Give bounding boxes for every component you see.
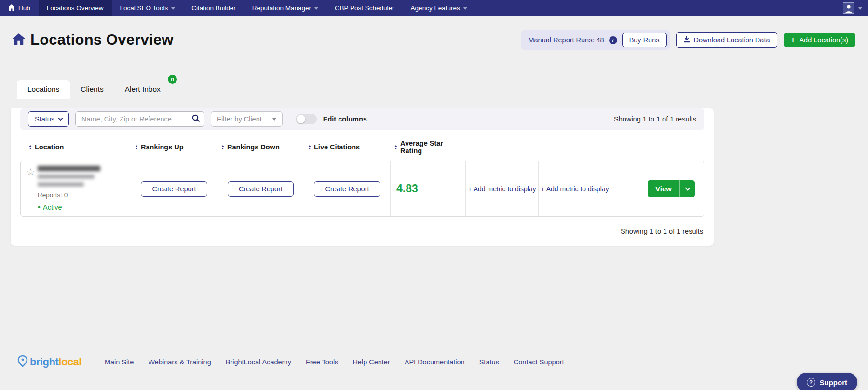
view-button[interactable]: View: [648, 180, 680, 197]
tab-label: Clients: [81, 85, 103, 93]
footer-link-help-center[interactable]: Help Center: [353, 358, 390, 366]
chevron-down-icon: [858, 7, 862, 10]
add-metric-link-1[interactable]: + Add metric to display: [468, 185, 536, 193]
info-icon[interactable]: i: [609, 36, 617, 44]
nav-item-citation-builder[interactable]: Citation Builder: [183, 0, 244, 16]
edit-columns-toggle[interactable]: [296, 114, 317, 124]
nav-item-label: Reputation Manager: [252, 4, 311, 12]
chevron-down-icon: [171, 7, 175, 10]
create-report-button-live-citations[interactable]: Create Report: [314, 181, 380, 197]
column-header-average-star-rating[interactable]: Average Star Rating: [390, 139, 465, 155]
sort-icon: [135, 145, 138, 149]
redacted-address-line: [38, 175, 95, 179]
location-cell: ☆ Reports: 0 • Active: [21, 161, 131, 216]
tab-label: Locations: [27, 85, 59, 93]
column-label: Live Citations: [314, 143, 360, 151]
plus-icon: +: [791, 36, 796, 44]
redacted-address-line: [38, 182, 84, 187]
brightlocal-pin-icon: [17, 355, 28, 369]
search-icon: [192, 114, 200, 124]
footer-link-status[interactable]: Status: [479, 358, 499, 366]
column-header-rankings-up[interactable]: Rankings Up: [130, 139, 217, 155]
rankings-down-cell: Create Report: [217, 161, 304, 216]
buy-runs-button[interactable]: Buy Runs: [622, 33, 667, 47]
column-label: Average Star Rating: [400, 139, 465, 155]
footer-link-contact-support[interactable]: Contact Support: [514, 358, 564, 366]
tab-alert-inbox[interactable]: Alert Inbox 0: [114, 80, 171, 99]
nav-item-gbp-post-scheduler[interactable]: GBP Post Scheduler: [326, 0, 403, 16]
tab-clients[interactable]: Clients: [70, 80, 114, 99]
status-badge: • Active: [38, 203, 100, 211]
footer-link-free-tools[interactable]: Free Tools: [306, 358, 338, 366]
user-avatar-icon: [843, 2, 854, 14]
nav-item-label: Local SEO Tools: [120, 4, 168, 12]
add-button-label: Add Location(s): [799, 36, 848, 44]
metric-slot-1-cell: + Add metric to display: [465, 161, 538, 216]
create-report-button-rankings-down[interactable]: Create Report: [228, 181, 294, 197]
live-citations-cell: Create Report: [304, 161, 390, 216]
sort-icon: [221, 145, 224, 149]
top-navigation: Hub Locations Overview Local SEO Tools C…: [0, 0, 868, 16]
rankings-up-cell: Create Report: [131, 161, 217, 216]
column-label: Rankings Up: [141, 143, 184, 151]
user-menu[interactable]: [843, 0, 868, 16]
edit-columns-label: Edit columns: [323, 115, 367, 123]
status-filter-label: Status: [35, 115, 54, 123]
nav-item-label: Citation Builder: [191, 4, 236, 12]
main-content: Locations Clients Alert Inbox 0 Status: [11, 80, 868, 246]
column-label: Rankings Down: [227, 143, 280, 151]
sort-icon: [394, 145, 397, 149]
page-header: Locations Overview Manual Report Runs: 4…: [0, 16, 868, 50]
column-header-location[interactable]: Location: [20, 139, 130, 155]
logo-text-local: local: [58, 356, 81, 368]
status-label: Active: [43, 203, 62, 211]
chevron-down-icon: [463, 7, 467, 10]
nav-item-label: GBP Post Scheduler: [335, 4, 394, 12]
view-dropdown-button[interactable]: [680, 180, 695, 197]
support-button[interactable]: ? Support: [797, 373, 858, 390]
add-metric-link-2[interactable]: + Add metric to display: [541, 185, 609, 193]
results-summary-bottom: Showing 1 to 1 of 1 results: [11, 217, 714, 245]
nav-item-label: Hub: [18, 4, 30, 12]
nav-item-local-seo-tools[interactable]: Local SEO Tools: [112, 0, 184, 16]
metric-slot-2-cell: + Add metric to display: [538, 161, 611, 216]
brightlocal-logo[interactable]: brightlocal: [17, 355, 81, 369]
footer-link-api-documentation[interactable]: API Documentation: [405, 358, 465, 366]
column-header-live-citations[interactable]: Live Citations: [303, 139, 390, 155]
tab-locations[interactable]: Locations: [17, 80, 70, 99]
chevron-down-icon: [58, 116, 63, 121]
footer-links: Main Site Webinars & Training BrightLoca…: [105, 358, 564, 366]
manual-report-runs-pill: Manual Report Runs: 48 i Buy Runs: [521, 30, 669, 50]
support-button-label: Support: [820, 378, 848, 387]
redacted-location-name: [38, 166, 100, 171]
footer-link-brightlocal-academy[interactable]: BrightLocal Academy: [226, 358, 291, 366]
status-filter-dropdown[interactable]: Status: [28, 111, 69, 127]
divider: [289, 113, 289, 125]
star-outline-icon[interactable]: ☆: [27, 167, 35, 176]
search-input[interactable]: [76, 112, 188, 126]
nav-item-locations-overview[interactable]: Locations Overview: [39, 0, 112, 16]
nav-item-agency-features[interactable]: Agency Features: [403, 0, 475, 16]
create-report-button-rankings-up[interactable]: Create Report: [141, 181, 207, 197]
logo-text-bright: bright: [30, 356, 58, 368]
status-dot-icon: •: [38, 203, 41, 211]
client-filter-dropdown[interactable]: Filter by Client: [211, 111, 283, 127]
filter-bar: Status Filter by Client Edit columns: [20, 108, 704, 130]
client-filter-label: Filter by Client: [217, 115, 262, 123]
footer-link-main-site[interactable]: Main Site: [105, 358, 134, 366]
nav-item-label: Locations Overview: [47, 4, 104, 12]
nav-item-label: Agency Features: [411, 4, 460, 12]
column-header-rankings-down[interactable]: Rankings Down: [217, 139, 303, 155]
chevron-down-icon: [314, 7, 318, 10]
download-location-data-button[interactable]: Download Location Data: [676, 32, 777, 48]
nav-item-hub[interactable]: Hub: [0, 0, 39, 16]
star-rating-value: 4.83: [396, 182, 418, 195]
add-locations-button[interactable]: + Add Location(s): [784, 33, 856, 47]
sort-icon: [308, 145, 311, 149]
footer-link-webinars-training[interactable]: Webinars & Training: [148, 358, 211, 366]
search-button[interactable]: [188, 112, 204, 126]
location-search: [75, 111, 204, 127]
home-icon: [13, 33, 25, 47]
nav-item-reputation-manager[interactable]: Reputation Manager: [244, 0, 326, 16]
alert-inbox-count-badge: 0: [168, 75, 177, 84]
